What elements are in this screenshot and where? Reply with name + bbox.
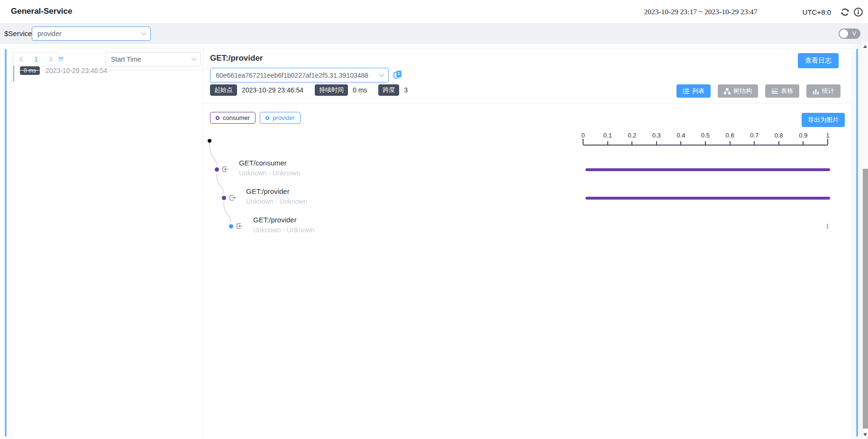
span-row: GET:/providerUnknown - Unknown <box>203 212 851 241</box>
axis-tick-label: 0.7 <box>750 132 758 139</box>
service-select-value: provider <box>37 30 137 37</box>
legend-label: provider <box>273 114 295 121</box>
chevron-down-icon <box>191 57 197 61</box>
axis-tick-mark <box>778 141 779 145</box>
axis-tick-label: 0.5 <box>701 132 710 139</box>
trace-page: General-Service 2023-10-29 23:17 ~ 2023-… <box>0 0 868 439</box>
right-scrollbar-thumb[interactable] <box>856 49 858 437</box>
browser-scrollbar <box>861 42 868 439</box>
view-tab-stats[interactable]: 统计 <box>806 84 841 98</box>
copy-icon[interactable] <box>393 70 402 79</box>
scroll-down-arrow[interactable] <box>863 433 867 436</box>
version-toggle[interactable]: V <box>839 28 860 39</box>
span-bar[interactable] <box>585 168 830 171</box>
axis-tick-label: 0.6 <box>726 132 734 139</box>
axis-tick-label: 0.9 <box>799 132 807 139</box>
span-rows: GET/consumerUnknown - UnknownGET:/provid… <box>203 155 851 241</box>
scroll-up-arrow[interactable] <box>863 45 867 48</box>
axis-tick-mark <box>680 141 681 145</box>
span-bar[interactable] <box>827 224 828 229</box>
span-lane <box>583 184 828 212</box>
axis-tick-label: 0.1 <box>603 132 612 139</box>
legend-dot <box>265 116 269 120</box>
view-type-tabs: 列表树结构表格统计 <box>676 84 841 98</box>
span-lane <box>583 212 828 241</box>
time-axis: 00.10.20.30.40.50.60.70.80.91 <box>583 133 828 146</box>
axis-tick-mark <box>827 139 828 145</box>
page-number[interactable]: 1 <box>34 55 38 63</box>
span-title[interactable]: GET:/provider <box>253 216 297 224</box>
chevron-down-icon <box>141 32 146 36</box>
view-logs-button[interactable]: 查看日志 <box>798 53 839 68</box>
meta-value: 0 ms <box>353 86 367 94</box>
view-tab-label: 列表 <box>692 87 704 95</box>
view-tab-list[interactable]: 列表 <box>676 84 711 98</box>
trace-detail-header: GET:/provider 60e661ea767211eeb6f1b0227a… <box>203 48 851 103</box>
trace-list-toolbar: 1 Start Time <box>11 48 203 71</box>
meta-value: 3 <box>404 86 408 94</box>
trace-list-panel: 1 Start Time GET:/provider 0 ms 2023-10-… <box>11 48 203 439</box>
pagination: 1 <box>13 52 59 66</box>
view-tab-label: 树结构 <box>733 87 752 95</box>
view-tab-table[interactable]: 表格 <box>765 84 799 98</box>
span-subtitle: Unknown - Unknown <box>239 169 300 177</box>
time-range[interactable]: 2023-10-29 23:17 ~ 2023-10-29 23:47 <box>644 8 757 16</box>
trace-title: GET:/provider <box>210 54 263 63</box>
tree-icon <box>724 88 731 94</box>
browser-scrollbar-thumb[interactable] <box>863 169 868 429</box>
span-subtitle: Unknown - Unknown <box>253 226 314 234</box>
span-title[interactable]: GET/consumer <box>239 159 287 167</box>
view-tab-label: 表格 <box>781 87 793 95</box>
table-icon <box>771 88 778 94</box>
toggle-label: V <box>852 30 856 37</box>
span-row: GET:/providerUnknown - Unknown <box>203 184 851 212</box>
sort-select[interactable]: Start Time <box>105 52 201 66</box>
meta-badge-label: 跨度 <box>378 84 399 96</box>
meta-badge-label: 起始点 <box>210 84 237 96</box>
service-select[interactable]: provider <box>32 27 151 41</box>
trace-id-select[interactable]: 60e661ea767211eeb6f1b0227af1e2f5.31.3910… <box>210 68 389 82</box>
prev-page-icon[interactable] <box>18 56 24 62</box>
span-row: GET/consumerUnknown - Unknown <box>203 155 851 184</box>
chevron-down-icon <box>379 73 384 77</box>
export-image-button[interactable]: 导出为图片 <box>802 113 845 127</box>
axis-tick-label: 0.4 <box>676 132 685 139</box>
axis-tick-mark <box>607 141 608 145</box>
left-scrollbar-thumb[interactable] <box>5 49 7 437</box>
info-icon[interactable] <box>853 7 863 17</box>
span-bar[interactable] <box>585 197 830 200</box>
entry-span-icon <box>221 165 229 173</box>
trace-detail-panel: GET:/provider 60e661ea767211eeb6f1b0227a… <box>203 48 851 439</box>
axis-tick-label: 0.8 <box>775 132 783 139</box>
list-icon <box>683 88 689 94</box>
axis-tick-label: 0 <box>581 132 585 139</box>
view-tab-tree[interactable]: 树结构 <box>718 84 758 98</box>
refresh-icon[interactable] <box>840 7 850 17</box>
entry-span-icon <box>236 222 243 230</box>
sort-select-value: Start Time <box>111 55 187 63</box>
exit-span-icon <box>228 194 236 201</box>
header-right: 2023-10-29 23:17 ~ 2023-10-29 23:47 UTC+… <box>644 0 863 24</box>
filter-bar: $Service provider V <box>0 24 868 44</box>
meta-value: 2023-10-29 23:46:54 <box>242 86 303 94</box>
next-page-icon[interactable] <box>48 56 54 62</box>
span-dot <box>222 196 226 200</box>
span-lane <box>583 155 828 184</box>
span-dot <box>215 167 219 172</box>
axis-tick-mark <box>803 141 804 145</box>
meta-badge-label: 持续时间 <box>315 84 348 96</box>
timezone-label: UTC+8:0 <box>803 8 831 16</box>
trace-id-value: 60e661ea767211eeb6f1b0227af1e2f5.31.3910… <box>216 72 375 79</box>
service-label: $Service <box>4 29 32 37</box>
axis-tick-label: 0.3 <box>652 132 661 139</box>
toggle-knob <box>840 29 848 38</box>
trace-meta-row: 起始点2023-10-29 23:46:54持续时间0 ms跨度3 <box>210 84 419 96</box>
axis-tick-label: 0.2 <box>628 132 636 139</box>
span-title[interactable]: GET:/provider <box>246 187 290 195</box>
axis-tick-mark <box>631 141 632 145</box>
axis-tick-mark <box>754 141 755 145</box>
legend-pill-provider[interactable]: provider <box>260 112 301 124</box>
axis-tick-mark <box>705 141 706 145</box>
span-subtitle: Unknown - Unknown <box>246 198 307 205</box>
top-header: General-Service 2023-10-29 23:17 ~ 2023-… <box>0 0 868 24</box>
